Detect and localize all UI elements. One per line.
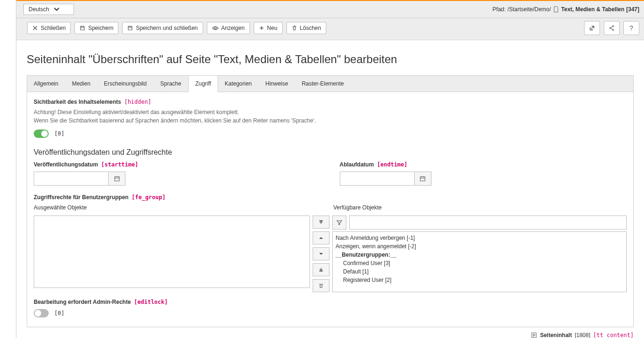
delete-button-label: Löschen [300,25,321,31]
svg-point-0 [214,27,216,29]
editlock-value: [0] [54,310,65,316]
endtime-input[interactable] [340,172,415,186]
chevron-down-icon [54,7,59,11]
tab-erscheinungsbild[interactable]: Erscheinungsbild [97,76,154,92]
new-button[interactable]: Neu [254,22,283,34]
available-option[interactable]: Default [1] [336,267,623,276]
available-option[interactable]: Confirmed User [3] [336,259,623,267]
record-meta: Seiteninhalt [1808] [tt_content] [27,332,634,338]
close-button[interactable]: Schließen [27,22,71,34]
page-id: [347] [626,6,639,13]
publish-heading: Veröffentlichungsdaten und Zugriffsrecht… [34,148,627,157]
language-select[interactable]: Deutsch [23,4,74,15]
move-up-button[interactable] [313,231,329,245]
available-option[interactable]: Anzeigen, wenn angemeldet [-2] [336,242,623,251]
visibility-code: [hidden] [124,99,151,105]
main-content: Seiteninhalt "Überschriften" auf Seite "… [16,40,644,338]
available-items-listbox[interactable]: Nach Anmeldung verbergen [-1]Anzeigen, w… [332,231,627,292]
visibility-hint: Achtung! Diese Einstellung aktiviert/dea… [34,108,627,125]
endtime-code: [endtime] [377,161,408,168]
path-label: Pfad: [492,6,505,13]
close-icon [32,25,38,31]
svg-rect-4 [115,177,119,181]
list-controls [313,216,329,292]
save-close-button-label: Speichern und schließen [136,25,198,31]
share-button[interactable] [604,21,620,35]
record-type-label: Seiteninhalt [540,332,572,338]
available-items-label: Verfügbare Objekte [333,204,627,211]
endtime-label: Ablaufdatum [340,161,374,168]
save-button-label: Speichern [88,25,113,31]
tab-medien[interactable]: Medien [66,76,97,92]
save-icon [80,25,85,31]
fegroup-code: [fe_group] [132,194,165,201]
eye-icon [212,26,219,30]
tabs: AllgemeinMedienErscheinungsbildSpracheZu… [27,75,634,92]
record-table: [tt_content] [593,332,634,338]
left-rail [0,0,16,338]
content-icon [531,332,537,338]
available-option[interactable]: __Benutzergruppen:__ [336,251,623,259]
top-bar: Deutsch Pfad: /Startseite/Demo/ Text, Me… [0,0,644,18]
available-option[interactable]: Registered User [2] [336,276,623,284]
help-button[interactable]: ? [623,21,639,35]
calendar-icon [114,175,120,182]
available-filter-input[interactable] [349,216,627,230]
tab-hinweise[interactable]: Hinweise [259,76,295,92]
external-link-icon [589,25,595,31]
endtime-datepicker-button[interactable] [415,172,432,186]
tab-zugriff[interactable]: Zugriff [188,76,218,92]
selected-items-listbox[interactable] [34,216,310,288]
save-close-button[interactable]: Speichern und schließen [122,22,203,34]
calendar-icon [419,175,426,182]
question-icon: ? [629,24,633,32]
starttime-code: [starttime] [101,161,138,168]
editlock-toggle[interactable] [34,309,49,317]
record-id: [1808] [575,332,590,338]
starttime-datepicker-button[interactable] [109,172,125,186]
move-top-button[interactable] [313,216,329,229]
editlock-code: [editlock] [134,299,168,305]
move-down-button[interactable] [313,247,329,260]
page-icon [553,6,559,13]
visibility-label: Sichtbarkeit des Inhaltselements [34,99,121,105]
trash-icon [292,25,297,31]
page-title: Text, Medien & Tabellen [561,6,624,13]
visibility-value: [0] [54,130,65,137]
selected-items-label: Ausgewählte Objekte [34,204,313,211]
action-toolbar: Schließen Speichern Speichern und schlie… [0,18,644,40]
save-close-icon [127,25,133,31]
tab-raster-elemente[interactable]: Raster-Elemente [295,76,351,92]
breadcrumb: Pfad: /Startseite/Demo/ Text, Medien & T… [492,6,639,13]
close-button-label: Schließen [41,25,66,31]
tab-panel-access: Sichtbarkeit des Inhaltselements [hidden… [27,92,634,327]
page-heading: Seiteninhalt "Überschriften" auf Seite "… [27,53,634,66]
starttime-label: Veröffentlichungsdatum [34,161,98,168]
share-icon [608,25,615,31]
tab-sprache[interactable]: Sprache [154,76,188,92]
visibility-hint-line1: Achtung! Diese Einstellung aktiviert/dea… [34,108,627,116]
filter-button[interactable] [332,216,346,230]
tab-allgemein[interactable]: Allgemein [27,76,66,92]
svg-rect-5 [420,177,425,181]
remove-item-button[interactable] [313,279,329,292]
available-option[interactable]: Nach Anmeldung verbergen [-1] [336,234,623,242]
plus-icon [259,25,264,31]
path-segment: /Startseite/Demo/ [507,6,551,13]
view-button-label: Anzeigen [221,25,245,31]
move-bottom-button[interactable] [313,263,329,276]
visibility-hint-line2: Wenn Sie die Sichtbarkeit basierend auf … [34,116,627,125]
starttime-input[interactable] [34,172,109,186]
open-new-window-button[interactable] [584,21,600,35]
delete-button[interactable]: Löschen [286,22,326,34]
filter-icon [337,220,342,225]
save-button[interactable]: Speichern [74,22,118,34]
language-select-label: Deutsch [29,6,49,13]
view-button[interactable]: Anzeigen [207,22,250,34]
new-button-label: Neu [267,25,278,31]
editlock-label: Bearbeitung erfordert Admin-Rechte [34,299,131,305]
visibility-toggle[interactable] [34,129,49,138]
fegroup-label: Zugriffsrechte für Benutzergruppen [34,194,129,201]
tab-kategorien[interactable]: Kategorien [218,76,259,92]
